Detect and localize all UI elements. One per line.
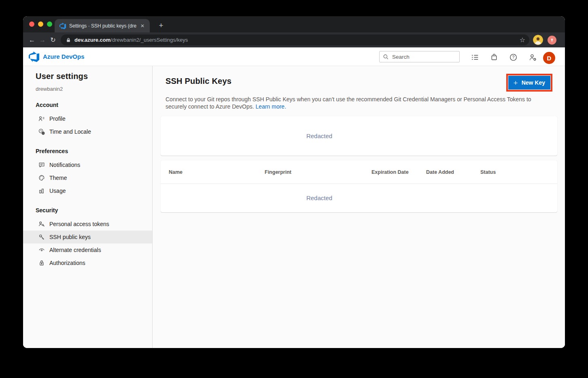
browser-window: Settings · SSH public keys (dre ✕ + ← → … [23,16,565,348]
description-text: Connect to your Git repos through SSH Pu… [166,96,531,110]
sidebar-section-account: Account [36,102,152,108]
marketplace-bag-icon[interactable] [490,53,499,62]
azure-devops-logo[interactable] [29,51,39,62]
ssh-keys-info-card: Redacted [161,116,557,156]
sidebar-item-label: Authorizations [49,260,85,266]
close-window-button[interactable] [29,21,34,27]
learn-more-link[interactable]: Learn more. [256,103,286,110]
personal-access-tokens-icon [38,221,45,227]
new-tab-button[interactable]: + [155,20,167,31]
maximize-window-button[interactable] [47,21,52,27]
column-header-status: Status [480,169,557,175]
plus-icon: + [514,79,518,87]
new-key-button-label: New Key [522,79,545,86]
usage-icon [38,188,45,194]
sidebar-item-label: Time and Locale [49,128,91,135]
sidebar-item-notifications[interactable]: Notifications [23,158,152,171]
forward-button[interactable]: → [37,36,48,44]
main-content: SSH Public Keys + New Key Connect to you… [153,66,565,348]
table-row: Redacted [161,184,557,212]
https-lock-icon [66,38,71,43]
sidebar-item-label: Theme [49,175,67,181]
sidebar-item-usage[interactable]: Usage [23,184,152,197]
search-input[interactable] [392,54,453,60]
tab-close-icon[interactable]: ✕ [139,22,146,30]
lock-icon [38,260,45,266]
profile-icon [38,115,45,122]
url-path: /drewbanin2/_usersSettings/keys [110,37,188,43]
minimize-window-button[interactable] [38,21,43,27]
ssh-key-icon [38,234,45,240]
sidebar-title: User settings [36,72,152,81]
time-locale-icon [38,128,45,135]
sidebar-item-authorizations[interactable]: Authorizations [23,256,152,269]
sidebar-item-label: SSH public keys [49,234,91,240]
column-header-expiration-date: Expiration Date [371,169,426,175]
sidebar-item-label: Alternate credentials [49,247,101,253]
sidebar-section-security: Security [36,207,152,214]
back-button[interactable]: ← [27,36,37,44]
search-box[interactable] [379,51,460,62]
column-header-name: Name [169,169,265,175]
desktop-background: Settings · SSH public keys (dre ✕ + ← → … [0,0,588,378]
sidebar-item-theme[interactable]: Theme [23,171,152,184]
azure-devops-header: Azure DevOps ? D [23,47,565,66]
page-body: User settings drewbanin2 Account Profile… [23,66,565,348]
brand-title[interactable]: Azure DevOps [43,53,85,60]
reload-button[interactable]: ↻ [48,36,58,44]
browser-toolbar: ← → ↻ dev.azure.com/drewbanin2/_usersSet… [23,32,565,47]
help-icon[interactable]: ? [509,53,518,62]
page-title: SSH Public Keys [166,77,552,86]
up-arrow-icon [549,37,555,43]
redacted-content: Redacted [306,132,332,139]
search-icon [383,54,389,60]
window-controls [29,21,52,27]
annotation-highlight: + New Key [506,74,552,92]
bookmark-star-icon[interactable]: ☆ [520,36,525,44]
sidebar: User settings drewbanin2 Account Profile… [23,66,153,348]
sidebar-item-ssh-public-keys[interactable]: SSH public keys [23,231,152,243]
tab-title: Settings · SSH public keys (dre [69,23,139,29]
column-header-date-added: Date Added [426,169,480,175]
user-avatar[interactable]: D [543,52,555,64]
ssh-keys-table-card: Name Fingerprint Expiration Date Date Ad… [161,160,557,212]
browser-tab[interactable]: Settings · SSH public keys (dre ✕ [55,19,150,32]
work-items-list-icon[interactable] [470,53,479,62]
profile-photo [533,35,543,45]
sidebar-item-label: Profile [49,115,66,122]
sidebar-item-label: Usage [49,188,66,194]
new-key-button[interactable]: + New Key [508,76,550,90]
sidebar-item-personal-access-tokens[interactable]: Personal access tokens [23,218,152,231]
theme-icon [38,175,45,181]
redacted-content: Redacted [306,194,332,201]
sidebar-item-profile[interactable]: Profile [23,112,152,125]
eye-icon [38,247,45,253]
page-description: Connect to your Git repos through SSH Pu… [166,96,546,110]
sidebar-item-label: Personal access tokens [49,221,109,227]
sidebar-item-time-and-locale[interactable]: Time and Locale [23,125,152,138]
sidebar-section-preferences: Preferences [36,148,152,154]
browser-profile-avatar[interactable] [533,35,543,45]
account-name: drewbanin2 [36,86,152,92]
column-header-fingerprint: Fingerprint [265,169,371,175]
notifications-icon [38,162,45,168]
svg-text:?: ? [512,55,514,60]
sidebar-item-label: Notifications [49,162,80,168]
browser-tab-bar: Settings · SSH public keys (dre ✕ + [23,16,565,32]
user-settings-gear-icon[interactable] [528,53,537,62]
sidebar-item-alternate-credentials[interactable]: Alternate credentials [23,243,152,256]
address-bar[interactable]: dev.azure.com/drewbanin2/_usersSettings/… [61,34,529,45]
url-host: dev.azure.com [74,37,110,43]
browser-update-icon[interactable] [548,36,556,45]
table-header-row: Name Fingerprint Expiration Date Date Ad… [161,160,557,184]
azure-devops-favicon [59,23,66,29]
